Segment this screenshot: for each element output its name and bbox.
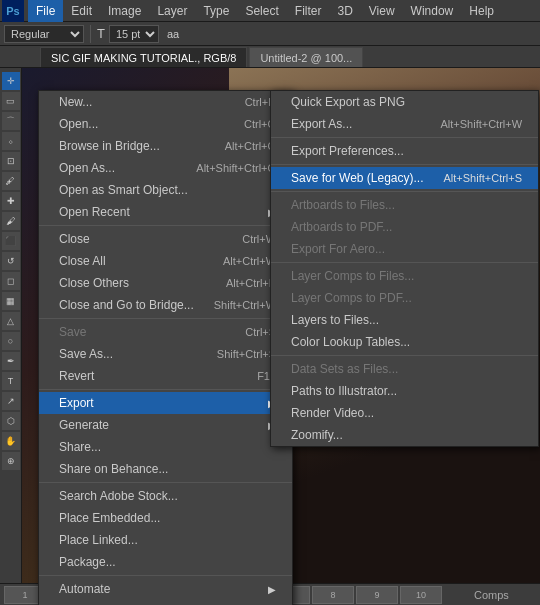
file-sep4 [39, 482, 292, 483]
toolbar-sep1 [90, 25, 91, 43]
file-sep2 [39, 318, 292, 319]
export-sep3 [271, 191, 538, 192]
menu-window[interactable]: Window [403, 0, 462, 22]
tool-history[interactable]: ↺ [2, 252, 20, 270]
export-sep4 [271, 262, 538, 263]
menu-scripts[interactable]: Scripts ▶ [39, 600, 292, 605]
menu-help[interactable]: Help [461, 0, 502, 22]
export-aero[interactable]: Export For Aero... [271, 238, 538, 260]
menu-image[interactable]: Image [100, 0, 149, 22]
tab-doc2[interactable]: Untitled-2 @ 100... [249, 47, 363, 67]
menu-browse-bridge[interactable]: Browse in Bridge... Alt+Ctrl+O [39, 135, 292, 157]
menu-open-smart[interactable]: Open as Smart Object... [39, 179, 292, 201]
export-layers-files[interactable]: Layers to Files... [271, 309, 538, 331]
file-sep5 [39, 575, 292, 576]
menu-revert[interactable]: Revert F12 [39, 365, 292, 387]
menu-open-recent[interactable]: Open Recent ▶ [39, 201, 292, 223]
menu-view[interactable]: View [361, 0, 403, 22]
export-paths-illustrator[interactable]: Paths to Illustrator... [271, 380, 538, 402]
export-sep1 [271, 137, 538, 138]
export-render-video[interactable]: Render Video... [271, 402, 538, 424]
file-sep1 [39, 225, 292, 226]
menu-place-linked[interactable]: Place Linked... [39, 529, 292, 551]
menu-close-all[interactable]: Close All Alt+Ctrl+W [39, 250, 292, 272]
export-data-sets[interactable]: Data Sets as Files... [271, 358, 538, 380]
menu-save-as[interactable]: Save As... Shift+Ctrl+S [39, 343, 292, 365]
tool-healing[interactable]: ✚ [2, 192, 20, 210]
export-sep2 [271, 164, 538, 165]
export-zoomify[interactable]: Zoomify... [271, 424, 538, 446]
tool-eraser[interactable]: ◻ [2, 272, 20, 290]
menu-edit[interactable]: Edit [63, 0, 100, 22]
tool-zoom[interactable]: ⊕ [2, 452, 20, 470]
menu-close-others[interactable]: Close Others Alt+Ctrl+P [39, 272, 292, 294]
tab-doc1[interactable]: SIC GIF MAKING TUTORIAL., RGB/8 [40, 47, 247, 67]
tool-eyedropper[interactable]: 🖋 [2, 172, 20, 190]
menu-filter[interactable]: Filter [287, 0, 330, 22]
tool-brush[interactable]: 🖌 [2, 212, 20, 230]
aa-label: aa [167, 28, 179, 40]
tools-panel: ✛ ▭ ⌒ ⬦ ⊡ 🖋 ✚ 🖌 ⬛ ↺ ◻ ▦ △ ○ ✒ T ↗ ⬡ ✋ ⊕ [0, 68, 22, 583]
export-prefs[interactable]: Export Preferences... [271, 140, 538, 162]
menu-search-stock[interactable]: Search Adobe Stock... [39, 485, 292, 507]
menu-close[interactable]: Close Ctrl+W [39, 228, 292, 250]
export-quick-png[interactable]: Quick Export as PNG [271, 91, 538, 113]
menu-package[interactable]: Package... [39, 551, 292, 573]
export-artboards-pdf[interactable]: Artboards to PDF... [271, 216, 538, 238]
workspace: ✛ ▭ ⌒ ⬦ ⊡ 🖋 ✚ 🖌 ⬛ ↺ ◻ ▦ △ ○ ✒ T ↗ ⬡ ✋ ⊕ … [0, 68, 540, 583]
tool-stamp[interactable]: ⬛ [2, 232, 20, 250]
font-size-icon: T [97, 26, 105, 41]
menu-open-as[interactable]: Open As... Alt+Shift+Ctrl+O [39, 157, 292, 179]
menu-select[interactable]: Select [237, 0, 286, 22]
font-size-select[interactable]: 15 pt [109, 25, 159, 43]
tool-quick-select[interactable]: ⬦ [2, 132, 20, 150]
menu-automate[interactable]: Automate ▶ [39, 578, 292, 600]
film-cell-10[interactable]: 10 [400, 586, 442, 604]
menu-share[interactable]: Share... [39, 436, 292, 458]
film-cell-9[interactable]: 9 [356, 586, 398, 604]
menu-place-embedded[interactable]: Place Embedded... [39, 507, 292, 529]
menu-file[interactable]: File [28, 0, 63, 22]
menu-share-behance[interactable]: Share on Behance... [39, 458, 292, 480]
tab-bar: SIC GIF MAKING TUTORIAL., RGB/8 Untitled… [0, 46, 540, 68]
tool-move[interactable]: ✛ [2, 72, 20, 90]
menu-close-bridge[interactable]: Close and Go to Bridge... Shift+Ctrl+W [39, 294, 292, 316]
tool-pen[interactable]: ✒ [2, 352, 20, 370]
film-cell-8[interactable]: 8 [312, 586, 354, 604]
menu-generate[interactable]: Generate ▶ [39, 414, 292, 436]
tool-path-select[interactable]: ↗ [2, 392, 20, 410]
tool-gradient[interactable]: ▦ [2, 292, 20, 310]
options-toolbar: Regular T 15 pt aa [0, 22, 540, 46]
tool-crop[interactable]: ⊡ [2, 152, 20, 170]
font-style-select[interactable]: Regular [4, 25, 84, 43]
ps-icon: Ps [2, 0, 24, 22]
tool-lasso[interactable]: ⌒ [2, 112, 20, 130]
menu-save[interactable]: Save Ctrl+S [39, 321, 292, 343]
tool-marquee[interactable]: ▭ [2, 92, 20, 110]
export-save-web[interactable]: Save for Web (Legacy)... Alt+Shift+Ctrl+… [271, 167, 538, 189]
tool-shape[interactable]: ⬡ [2, 412, 20, 430]
export-color-lookup[interactable]: Color Lookup Tables... [271, 331, 538, 353]
menu-new[interactable]: New... Ctrl+N [39, 91, 292, 113]
menu-type[interactable]: Type [195, 0, 237, 22]
export-layer-comps-pdf[interactable]: Layer Comps to PDF... [271, 287, 538, 309]
menu-bar: Ps File Edit Image Layer Type Select Fil… [0, 0, 540, 22]
export-sep5 [271, 355, 538, 356]
menu-layer[interactable]: Layer [149, 0, 195, 22]
export-layer-comps-files[interactable]: Layer Comps to Files... [271, 265, 538, 287]
tool-dodge[interactable]: ○ [2, 332, 20, 350]
tool-blur[interactable]: △ [2, 312, 20, 330]
export-menu-dropdown: Quick Export as PNG Export As... Alt+Shi… [270, 90, 539, 447]
export-as[interactable]: Export As... Alt+Shift+Ctrl+W [271, 113, 538, 135]
menu-3d[interactable]: 3D [329, 0, 360, 22]
tool-hand[interactable]: ✋ [2, 432, 20, 450]
tool-type[interactable]: T [2, 372, 20, 390]
menu-export[interactable]: Export ▶ [39, 392, 292, 414]
export-artboards-files[interactable]: Artboards to Files... [271, 194, 538, 216]
comps-label: Comps [474, 589, 509, 601]
menu-open[interactable]: Open... Ctrl+O [39, 113, 292, 135]
file-menu-dropdown: New... Ctrl+N Open... Ctrl+O Browse in B… [38, 90, 293, 605]
file-sep3 [39, 389, 292, 390]
